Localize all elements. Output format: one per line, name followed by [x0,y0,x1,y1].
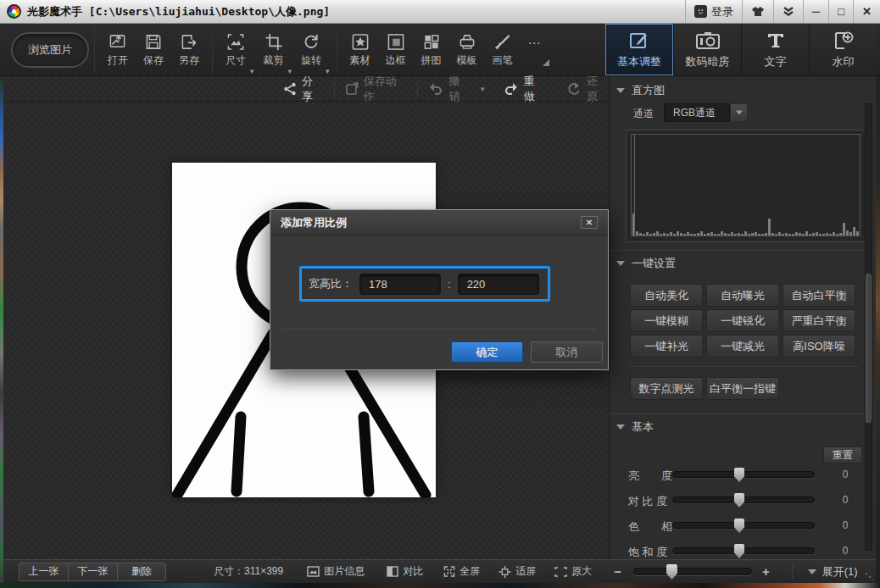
image-info-icon [307,566,320,577]
window-title: 光影魔术手 [C:\Users\liujiahui\Desktop\人像.png… [27,4,330,19]
minimize-button[interactable]: ─ [803,0,828,23]
onekey-dimlight-button[interactable]: 一键减光 [706,335,779,358]
resize-dropdown-arrow[interactable]: ▾ [250,67,254,75]
browse-images-button[interactable]: 浏览图片 [11,32,89,68]
fullscreen-button[interactable]: 全屏 [443,564,480,579]
maximize-button[interactable]: □ [828,0,853,23]
image-info-button[interactable]: 图片信息 [307,564,365,579]
channel-select[interactable]: RGB通道 [664,103,730,122]
close-button[interactable]: ✕ [853,0,880,23]
open-button[interactable]: 打开 [100,31,136,68]
ok-button[interactable]: 确定 [451,341,523,363]
expand-arrow-icon [808,569,816,574]
contrast-value: 0 [835,494,855,506]
tab-basic-adjust[interactable]: 基本调整 [605,24,673,75]
desktop-sliver-left [0,76,3,588]
ratio-height-input[interactable] [458,274,539,295]
dialog-divider [282,329,596,330]
high-iso-denoise-button[interactable]: 高ISO降噪 [783,335,855,358]
tab-text[interactable]: 文字 [741,24,809,75]
slider-thumb[interactable] [734,468,744,482]
dialog-title-bar[interactable]: 添加常用比例 ✕ [270,210,608,236]
saturation-slider[interactable] [672,547,815,554]
double-chevron-down-icon [783,7,794,17]
onekey-sharpen-button[interactable]: 一键锐化 [706,309,779,332]
basic-section-header[interactable]: 基本 [616,419,654,435]
fit-screen-icon [498,566,511,578]
severe-whitebalance-button[interactable]: 严重白平衡 [783,309,855,332]
channel-dropdown-button[interactable] [730,103,748,122]
hue-slider[interactable] [672,522,815,529]
expand-button[interactable]: 展开(1) [808,564,858,580]
reset-button[interactable]: 重置 [823,447,862,463]
channel-label: 通道 [633,107,654,121]
auto-exposure-button[interactable]: 自动曝光 [706,284,779,307]
slider-thumb[interactable] [734,519,744,533]
compare-button[interactable]: 对比 [387,564,423,579]
crop-icon [265,33,283,51]
login-button[interactable]: 登录 [685,0,742,23]
panel-scrollbar-track[interactable] [865,103,872,551]
delete-image-button[interactable]: 删除 [117,563,166,581]
camera-icon [695,31,721,51]
tab-digital-darkroom[interactable]: 数码暗房 [673,24,741,75]
undo-dropdown-arrow[interactable]: ▾ [481,85,485,93]
tab-watermark[interactable]: 水印 [809,24,877,75]
onekey-filllight-button[interactable]: 一键补光 [630,335,703,358]
undo-button[interactable]: 撤销 ▾ [428,74,484,104]
fit-screen-button[interactable]: 适屏 [498,564,536,579]
skin-button[interactable] [742,0,773,23]
whitebalance-onetouch-button[interactable]: 白平衡一指键 [706,377,779,400]
hue-slider-row: 色 相 0 [610,519,877,534]
onekey-section-header[interactable]: 一键设置 [616,256,676,271]
save-action-button[interactable]: 保存动作 [345,74,408,104]
save-icon [144,33,163,51]
ratio-label: 宽高比： [309,276,353,291]
share-button[interactable]: 分享 [283,74,324,104]
hue-value: 0 [835,519,855,531]
frame-button[interactable]: 边框 [378,31,414,68]
cancel-button[interactable]: 取消 [531,341,603,363]
onekey-blur-button[interactable]: 一键模糊 [630,309,703,332]
zoom-out-button[interactable]: − [614,564,621,579]
zoom-slider-thumb[interactable] [666,564,677,580]
section-divider [610,250,877,251]
digital-spot-metering-button[interactable]: 数字点测光 [630,377,703,400]
slider-thumb[interactable] [734,493,744,508]
zoom-in-button[interactable]: + [762,564,770,579]
brush-icon [493,33,512,51]
zoom-slider[interactable] [633,568,752,575]
dialog-close-button[interactable]: ✕ [581,216,598,229]
material-button[interactable]: 素材 [343,31,378,68]
resize-button[interactable]: 尺寸 [218,31,253,68]
crop-button[interactable]: 裁剪 [256,31,292,68]
template-icon [458,33,476,51]
panel-scrollbar-thumb[interactable] [866,274,872,423]
resize-grip[interactable] [865,572,873,580]
auto-whitebalance-button[interactable]: 自动白平衡 [783,284,855,307]
template-button[interactable]: 模板 [449,31,485,68]
restore-button[interactable]: 还原 [567,74,609,104]
status-separator [792,564,793,580]
histogram-section-header[interactable]: 直方图 [616,83,665,98]
more-tools-button[interactable]: ⋯ [521,34,549,66]
brightness-slider[interactable] [672,471,815,478]
rotate-button[interactable]: 旋转 [293,31,329,68]
save-as-button[interactable]: 另存 [171,31,207,68]
previous-image-button[interactable]: 上一张 [19,563,68,581]
collage-button[interactable]: 拼图 [414,31,449,68]
ratio-width-input[interactable] [359,274,441,295]
slider-thumb[interactable] [734,544,744,558]
rotate-dropdown-arrow[interactable]: ▾ [326,67,330,75]
desktop-sliver-right [876,76,880,583]
next-image-button[interactable]: 下一张 [68,563,117,581]
redo-button[interactable]: 重做 [504,74,546,104]
collapse-window-button[interactable] [773,0,803,23]
auto-beautify-button[interactable]: 自动美化 [630,284,703,307]
contrast-slider[interactable] [672,496,815,503]
original-size-button[interactable]: 原大 [554,564,592,579]
save-button[interactable]: 保存 [136,31,171,68]
save-action-icon [345,82,359,96]
brush-button[interactable]: 画笔 [485,31,521,68]
dialog-title: 添加常用比例 [281,215,347,230]
